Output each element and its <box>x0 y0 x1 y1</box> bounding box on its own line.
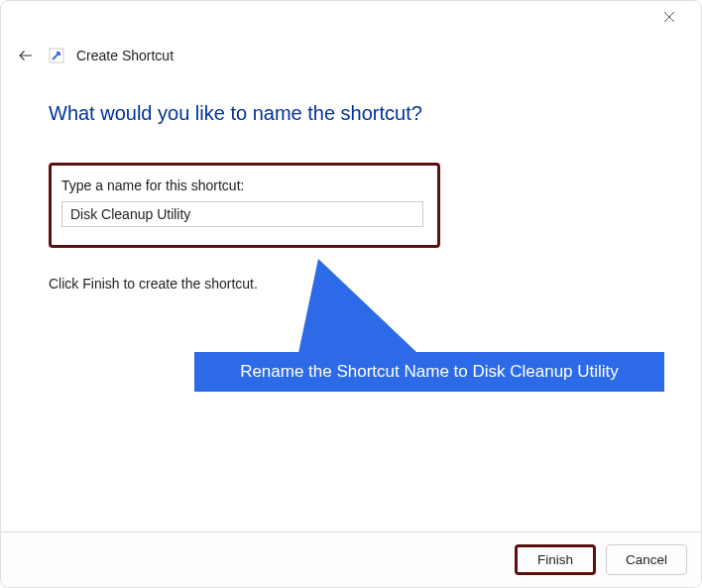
callout-box: Rename the Shortcut Name to Disk Cleanup… <box>194 352 664 392</box>
page-heading: What would you like to name the shortcut… <box>49 102 653 125</box>
close-icon <box>663 11 675 23</box>
shortcut-icon <box>49 48 64 63</box>
shortcut-name-label: Type a name for this shortcut: <box>61 177 427 193</box>
finish-button[interactable]: Finish <box>515 544 596 575</box>
wizard-header: Create Shortcut <box>1 33 701 74</box>
callout-text: Rename the Shortcut Name to Disk Cleanup… <box>240 362 619 382</box>
close-button[interactable] <box>649 3 689 31</box>
highlight-annotation: Type a name for this shortcut: <box>49 163 440 248</box>
back-arrow-icon <box>17 47 35 64</box>
titlebar <box>1 1 701 33</box>
instruction-callout: Rename the Shortcut Name to Disk Cleanup… <box>194 259 670 398</box>
svg-marker-4 <box>298 259 417 353</box>
back-button[interactable] <box>17 47 35 64</box>
wizard-title: Create Shortcut <box>76 48 174 63</box>
cancel-button[interactable]: Cancel <box>606 544 687 575</box>
wizard-footer: Finish Cancel <box>1 531 701 587</box>
callout-arrow-icon <box>289 259 417 358</box>
shortcut-name-input[interactable] <box>61 201 423 227</box>
